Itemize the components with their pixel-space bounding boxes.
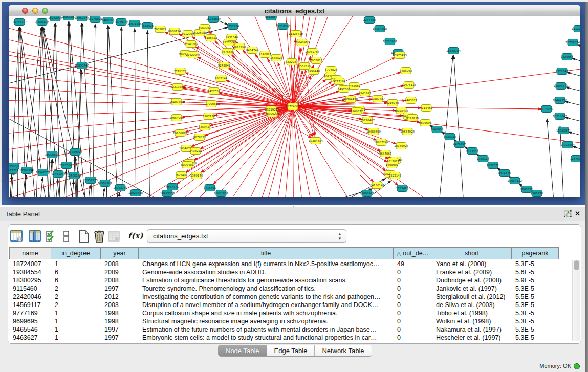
- tab-edge-table[interactable]: Edge Table: [267, 345, 315, 356]
- graph-node-label: 9115460: [420, 106, 433, 110]
- window-resize-grip[interactable]: [573, 189, 580, 196]
- tab-node-table[interactable]: Node Table: [219, 345, 267, 356]
- column-select-icon[interactable]: [29, 230, 41, 243]
- app-frame-right: [585, 2, 588, 372]
- table-row[interactable]: 1456911722003Disruption of a novel membe…: [0, 301, 580, 309]
- graph-node-label: 6053962: [199, 26, 211, 29]
- column-header-pagerank[interactable]: pagerank: [512, 247, 559, 259]
- table-cell: 2: [51, 293, 101, 301]
- graph-node-label: 10654112: [508, 179, 522, 182]
- table-cell: 1997: [101, 325, 139, 334]
- network-window-titlebar[interactable]: citations_edges.txt: [9, 5, 580, 16]
- graph-node-label: 19166827: [173, 132, 187, 135]
- memory-status-indicator[interactable]: [574, 363, 580, 369]
- network-graph-canvas[interactable]: 1405571720691406169329941055328718952474…: [9, 16, 580, 197]
- table-cell: 1998: [101, 317, 139, 325]
- graph-node-label: 11325419: [289, 32, 303, 35]
- new-table-icon[interactable]: [78, 230, 90, 243]
- graph-node-label: 1562615: [298, 64, 311, 68]
- table-cell: Stergiakouli et al. (2012): [432, 293, 512, 301]
- table-scrollbar-thumb[interactable]: [574, 260, 579, 270]
- stepper-down-arrow-icon: ▼: [338, 236, 342, 241]
- column-header-in_degree[interactable]: in_degree: [51, 247, 101, 259]
- table-cell: 0: [394, 309, 432, 317]
- table-cell: Changes of HCN gene expression and I(f) …: [139, 260, 394, 268]
- graph-node-label: 20691406: [35, 20, 49, 24]
- table-settings-icon[interactable]: [10, 230, 23, 243]
- table-cell: 9777169: [9, 309, 51, 317]
- graph-node-label: 19218596: [276, 25, 290, 28]
- column-header-title[interactable]: title: [139, 247, 394, 259]
- graph-node-label: 1700651: [205, 102, 218, 105]
- table-cell: Investigating the contribution of common…: [139, 293, 394, 301]
- graph-node-label: 12505135: [67, 174, 81, 177]
- graph-node-label: 17359924: [68, 150, 82, 154]
- graph-node-label: 15692971: [556, 129, 571, 132]
- graph-node-label: 10756928: [394, 144, 408, 147]
- table-row[interactable]: 1872400712008Changes of HCN gene express…: [0, 260, 580, 268]
- column-header-out_de[interactable]: △out_de…: [394, 247, 432, 259]
- table-cell: Genome-wide association studies in ADHD.: [139, 268, 394, 276]
- table-cell: 1: [51, 317, 101, 325]
- table-cell: 2008: [101, 276, 139, 285]
- merge-icon[interactable]: [63, 230, 69, 243]
- column-header-label: year: [113, 250, 125, 257]
- table-cell: 0: [394, 317, 432, 325]
- table-row[interactable]: 2242004622012Investigating the contribut…: [0, 293, 580, 301]
- column-header-year[interactable]: year: [101, 247, 139, 259]
- column-header-name[interactable]: name: [9, 247, 51, 259]
- table-cell: 14569117: [9, 301, 51, 309]
- table-cell: Yano et al. (2008): [432, 260, 512, 268]
- graph-node-label: 20206578: [45, 153, 59, 156]
- table-row[interactable]: 1830029562008Estimation of significance …: [0, 276, 580, 285]
- graph-node-label: 8931546: [226, 36, 238, 39]
- graph-node-label: 10973493: [393, 54, 407, 57]
- table-cell: 2012: [101, 293, 139, 301]
- delete-table-icon[interactable]: [93, 230, 105, 243]
- table-cell: 1: [51, 325, 101, 334]
- table-row[interactable]: 1938455462009Genome-wide association stu…: [0, 268, 580, 276]
- table-row[interactable]: 977716911998Corpus callosum shape and si…: [0, 309, 580, 317]
- graph-node-label: 1369144: [190, 174, 203, 177]
- function-builder-icon[interactable]: f(x): [128, 231, 141, 240]
- table-cell: 22420046: [9, 293, 51, 301]
- table-row[interactable]: 969969511998Structural magnetic resonanc…: [0, 317, 580, 325]
- graph-node-label: 8186323: [205, 36, 217, 39]
- table-selector-dropdown[interactable]: citations_edges.txt ▲▼: [147, 229, 346, 243]
- graph-node-label: 16961758: [305, 50, 319, 53]
- graph-node-label: 20681031: [214, 192, 228, 195]
- graph-node-label: 3624554: [359, 91, 372, 94]
- graph-node-label: 19654923: [400, 130, 415, 133]
- network-view-window[interactable]: citations_edges.txt 14055717206914061693…: [9, 5, 580, 197]
- table-cell: 1997: [101, 334, 139, 342]
- select-rows-icon[interactable]: [46, 230, 56, 243]
- table-row[interactable]: 911546021997Tourette syndrome. Phenomeno…: [0, 285, 580, 293]
- table-row[interactable]: 946362711997Embryonic stem cells: a mode…: [0, 334, 580, 342]
- float-panel-icon[interactable]: [564, 210, 572, 217]
- graph-node-label: 6466160: [102, 19, 115, 22]
- column-header-short[interactable]: short: [432, 247, 512, 259]
- close-panel-icon[interactable]: ✕: [575, 210, 580, 217]
- graph-node-label: 1640950: [431, 128, 444, 131]
- graph-node-label: 8427552: [208, 90, 221, 93]
- table-cell: Tourette syndrome. Phenomenology and cla…: [139, 285, 394, 293]
- graph-node-label: 12213967: [383, 40, 397, 43]
- graph-node-label: 11451944: [51, 172, 66, 176]
- graph-node-label: 9699695: [419, 121, 432, 124]
- table-cell: Hescheler et al. (1997): [432, 334, 512, 342]
- table-row[interactable]: 946554611997Estimation of the future num…: [0, 325, 580, 334]
- table-cell: 0: [394, 285, 432, 293]
- graph-node-label: 10807487: [371, 97, 385, 100]
- graph-node-label: 2522143: [389, 174, 402, 177]
- graph-node-label: 7955812: [310, 59, 323, 62]
- graph-node-label: 10958107: [98, 182, 112, 185]
- table-cell: 9115460: [9, 285, 51, 293]
- table-cell: 49: [394, 260, 432, 268]
- graph-node-label: 9962170: [531, 192, 543, 195]
- table-cell: Tibbo et al. (1998): [432, 309, 512, 317]
- graph-node-label: 8660124: [168, 30, 181, 33]
- tab-network-table[interactable]: Network Table: [314, 345, 371, 356]
- table-vertical-scrollbar[interactable]: [572, 260, 580, 341]
- table-cell: 2008: [101, 260, 139, 268]
- delete-column-icon[interactable]: [108, 230, 120, 243]
